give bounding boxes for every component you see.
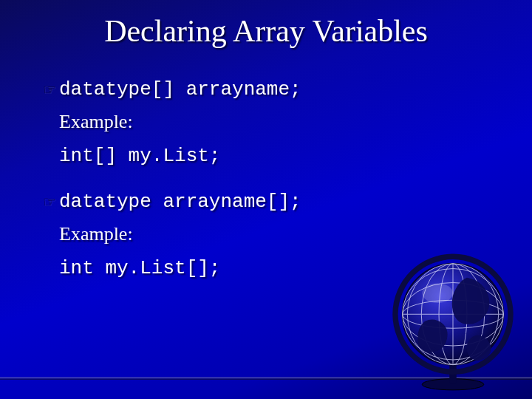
pointing-hand-icon: ☞ — [43, 78, 59, 100]
bullet-item: ☞ datatype[] arrayname; — [43, 78, 502, 100]
slide: Declaring Array Variables ☞ datatype[] a… — [0, 0, 532, 399]
pointing-hand-icon: ☞ — [43, 191, 59, 213]
syntax-line: datatype arrayname[]; — [59, 191, 301, 213]
syntax-line: datatype[] arrayname; — [59, 78, 301, 100]
example-code: int[] my.List; — [59, 145, 502, 167]
spacer — [43, 179, 502, 186]
svg-point-12 — [422, 283, 453, 303]
globe-icon — [383, 244, 523, 392]
example-label: Example: — [59, 223, 502, 245]
slide-title: Declaring Array Variables — [0, 13, 532, 49]
bullet-item: ☞ datatype arrayname[]; — [43, 191, 502, 213]
example-label: Example: — [59, 111, 502, 133]
